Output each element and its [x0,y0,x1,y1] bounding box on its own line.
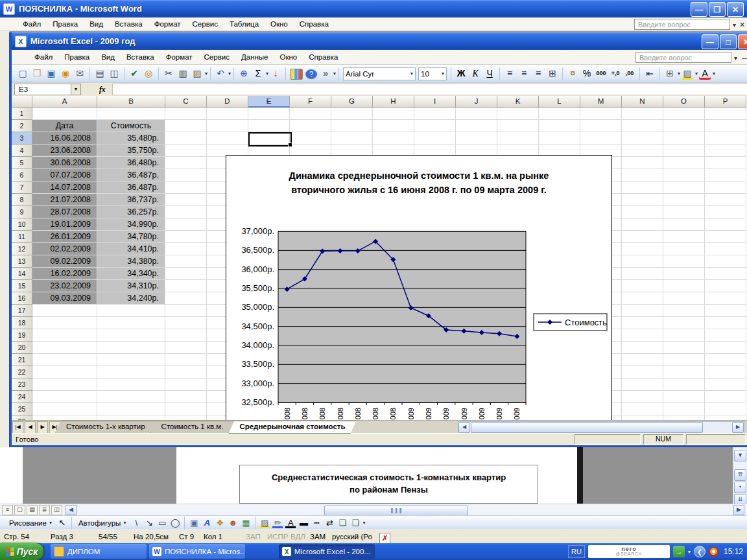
cell[interactable] [165,181,207,194]
menu-item[interactable]: Окно [265,19,294,29]
cell[interactable] [539,108,580,120]
cell[interactable]: 34,240р. [97,292,165,305]
cell[interactable]: 35,480р. [97,132,165,145]
cell[interactable] [456,120,497,132]
embedded-chart[interactable]: Динамика среднерыночной стоимости 1 кв.м… [226,155,612,420]
row-header-22[interactable]: 22 [12,366,32,379]
cell[interactable] [705,280,746,292]
normal-view-icon[interactable]: ≡ [2,505,13,515]
cell[interactable] [165,157,207,169]
cell[interactable] [331,108,373,120]
font-color-icon[interactable]: А [285,517,296,528]
scroll-right-icon[interactable]: ▶ [732,422,744,433]
cell[interactable] [165,194,207,206]
cell[interactable] [165,145,207,157]
excel-sheet-area[interactable]: ABCDEFGHIJKLMNOP12ДатаСтоимость316.06.20… [12,96,747,420]
cell[interactable] [663,354,705,366]
cell[interactable] [663,231,705,243]
row-header-23[interactable]: 23 [12,379,32,391]
cell[interactable] [539,132,580,145]
cell[interactable] [622,366,663,379]
cell[interactable]: 36,487р. [97,181,165,194]
cell[interactable] [622,305,663,317]
cell[interactable] [165,354,207,366]
print-preview-icon[interactable]: ◫ [108,67,120,80]
task-button[interactable]: WПОЯСНИЛКА - Micros... [149,544,245,559]
cell[interactable] [705,292,746,305]
cell[interactable] [97,391,165,403]
menu-item[interactable]: Окно [274,52,303,62]
cell[interactable] [622,379,663,391]
cell[interactable] [207,132,248,145]
cell[interactable] [622,206,663,218]
cell[interactable] [622,403,663,415]
cell[interactable] [622,194,663,206]
increase-decimal-icon[interactable]: +,0 [610,67,621,80]
cell[interactable] [32,305,97,317]
row-header-26[interactable]: 26 [12,415,32,420]
cell[interactable] [622,169,663,181]
toolbar-overflow-icon[interactable]: ▾ [362,520,365,526]
cell[interactable]: 35,750р. [97,145,165,157]
word-hscroll-thumb[interactable]: ❚❚❚ [324,506,468,516]
cell[interactable] [497,120,539,132]
fill-color-icon[interactable]: ▨ [259,517,270,528]
column-header-P[interactable]: P [705,96,746,108]
column-header-M[interactable]: M [580,96,622,108]
row-header-18[interactable]: 18 [12,317,32,329]
word-menubar-close-icon[interactable]: ✕ [739,21,745,29]
line-color-icon[interactable]: ✏ [272,517,283,528]
cell[interactable] [373,132,414,145]
menu-item[interactable]: Сервис [198,52,235,62]
cell[interactable] [705,231,746,243]
tab-scrollbar[interactable]: ◀▶ [458,421,744,434]
align-right-icon[interactable]: ≡ [532,67,544,80]
cell[interactable]: 02.02.2009 [32,243,97,255]
arrow-icon[interactable]: ↘ [144,517,154,528]
cell[interactable] [373,120,414,132]
cell[interactable] [97,108,165,120]
menu-item[interactable]: Справка [294,19,335,29]
column-header-L[interactable]: L [539,96,580,108]
cell[interactable] [663,403,705,415]
row-header-3[interactable]: 3 [12,132,32,145]
cell[interactable]: 36,487р. [97,169,165,181]
cell[interactable] [497,108,539,120]
menu-item[interactable]: Вставка [109,19,148,29]
cell[interactable] [622,280,663,292]
draw-menu-button[interactable]: Рисование▾ [5,519,56,528]
cell[interactable] [663,379,705,391]
cell[interactable] [705,329,746,342]
cell[interactable] [663,132,705,145]
cell[interactable] [32,342,97,354]
percent-style-icon[interactable]: % [581,67,593,80]
column-header-D[interactable]: D [207,96,248,108]
column-header-O[interactable]: O [663,96,705,108]
cell[interactable] [32,403,97,415]
menu-item[interactable]: Данные [235,52,274,62]
excel-close-button[interactable]: ✕ [738,34,747,49]
menu-item[interactable]: Таблица [224,19,265,29]
row-header-7[interactable]: 7 [12,181,32,194]
open-folder-icon[interactable]: ❒ [31,67,43,80]
word-minimize-button[interactable]: — [691,2,707,17]
merge-center-icon[interactable]: ⊞ [547,67,558,80]
cell[interactable] [207,120,248,132]
cell[interactable] [705,268,746,280]
line-style-icon[interactable]: ▬ [298,517,309,528]
font-color-icon[interactable]: A [699,67,711,80]
cell[interactable] [165,415,207,420]
fill-handle[interactable] [288,143,292,147]
cell[interactable] [622,218,663,231]
row-header-2[interactable]: 2 [12,120,32,132]
cell[interactable] [663,415,705,420]
cell[interactable] [32,366,97,379]
cell[interactable]: 14.07.2008 [32,181,97,194]
column-header-J[interactable]: J [456,96,497,108]
word-horizontal-scrollbar[interactable]: ≡▢▤≣◫ ◀ ❚❚❚ ▶ [0,504,747,516]
cell[interactable] [290,120,331,132]
cell[interactable]: 36,480р. [97,157,165,169]
scroll-left-icon[interactable]: ◀ [65,505,77,515]
cell[interactable] [97,403,165,415]
cell[interactable] [705,157,746,169]
